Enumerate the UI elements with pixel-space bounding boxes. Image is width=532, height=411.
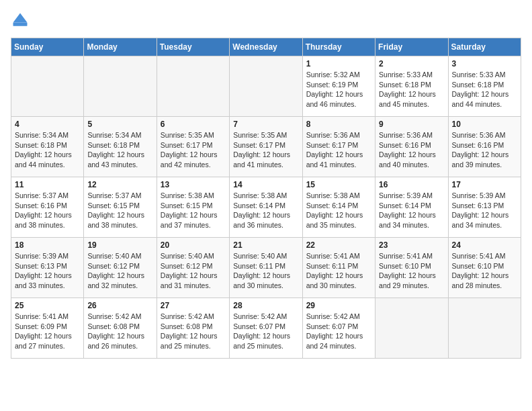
day-info: Sunrise: 5:38 AM Sunset: 6:15 PM Dayligh…: [161, 191, 226, 230]
day-number: 10: [452, 120, 517, 129]
day-info: Sunrise: 5:41 AM Sunset: 6:11 PM Dayligh…: [306, 251, 371, 291]
day-number: 5: [87, 120, 152, 129]
day-info: Sunrise: 5:41 AM Sunset: 6:10 PM Dayligh…: [452, 251, 517, 291]
day-number: 27: [161, 301, 226, 310]
calendar-cell: 1Sunrise: 5:32 AM Sunset: 6:19 PM Daylig…: [302, 56, 375, 117]
calendar-cell: 5Sunrise: 5:34 AM Sunset: 6:18 PM Daylig…: [84, 117, 157, 177]
calendar-cell: [230, 56, 302, 117]
day-info: Sunrise: 5:32 AM Sunset: 6:19 PM Dayligh…: [306, 70, 371, 109]
day-info: Sunrise: 5:38 AM Sunset: 6:14 PM Dayligh…: [233, 191, 298, 230]
day-number: 2: [379, 59, 444, 68]
calendar-cell: 18Sunrise: 5:39 AM Sunset: 6:13 PM Dayli…: [11, 238, 84, 298]
calendar-cell: 27Sunrise: 5:42 AM Sunset: 6:08 PM Dayli…: [157, 298, 229, 359]
day-info: Sunrise: 5:42 AM Sunset: 6:08 PM Dayligh…: [87, 312, 152, 351]
calendar-cell: 7Sunrise: 5:35 AM Sunset: 6:17 PM Daylig…: [230, 117, 302, 177]
day-number: 22: [306, 240, 371, 250]
day-number: 6: [161, 120, 226, 129]
calendar-cell: 8Sunrise: 5:36 AM Sunset: 6:17 PM Daylig…: [302, 117, 375, 177]
calendar-cell: 20Sunrise: 5:40 AM Sunset: 6:12 PM Dayli…: [157, 238, 229, 298]
logo-icon: [11, 11, 30, 30]
calendar-cell: 21Sunrise: 5:40 AM Sunset: 6:11 PM Dayli…: [230, 238, 302, 298]
day-number: 13: [161, 180, 226, 189]
day-number: 29: [306, 301, 371, 310]
day-number: 21: [233, 240, 298, 250]
calendar-cell: 12Sunrise: 5:37 AM Sunset: 6:15 PM Dayli…: [84, 177, 157, 238]
day-info: Sunrise: 5:41 AM Sunset: 6:10 PM Dayligh…: [379, 251, 444, 291]
column-header-friday: Friday: [375, 38, 448, 56]
day-info: Sunrise: 5:42 AM Sunset: 6:07 PM Dayligh…: [233, 312, 298, 351]
day-info: Sunrise: 5:37 AM Sunset: 6:15 PM Dayligh…: [87, 191, 152, 230]
day-info: Sunrise: 5:38 AM Sunset: 6:14 PM Dayligh…: [306, 191, 371, 230]
day-number: 15: [306, 180, 371, 189]
day-info: Sunrise: 5:33 AM Sunset: 6:18 PM Dayligh…: [452, 70, 517, 109]
logo: [11, 11, 32, 30]
day-info: Sunrise: 5:36 AM Sunset: 6:16 PM Dayligh…: [379, 130, 444, 170]
column-header-tuesday: Tuesday: [157, 38, 229, 56]
day-number: 24: [452, 240, 517, 250]
day-info: Sunrise: 5:40 AM Sunset: 6:12 PM Dayligh…: [87, 251, 152, 291]
day-number: 7: [233, 120, 298, 129]
day-info: Sunrise: 5:42 AM Sunset: 6:08 PM Dayligh…: [161, 312, 226, 351]
calendar-cell: [375, 298, 448, 359]
day-number: 8: [306, 120, 371, 129]
day-number: 18: [15, 240, 80, 250]
day-number: 4: [15, 120, 80, 129]
calendar-cell: [157, 56, 229, 117]
column-header-sunday: Sunday: [11, 38, 84, 56]
calendar-cell: 22Sunrise: 5:41 AM Sunset: 6:11 PM Dayli…: [302, 238, 375, 298]
day-info: Sunrise: 5:40 AM Sunset: 6:12 PM Dayligh…: [161, 251, 226, 291]
day-info: Sunrise: 5:34 AM Sunset: 6:18 PM Dayligh…: [87, 130, 152, 170]
calendar-cell: 23Sunrise: 5:41 AM Sunset: 6:10 PM Dayli…: [375, 238, 448, 298]
calendar-cell: 11Sunrise: 5:37 AM Sunset: 6:16 PM Dayli…: [11, 177, 84, 238]
day-number: 26: [87, 301, 152, 310]
calendar-cell: 4Sunrise: 5:34 AM Sunset: 6:18 PM Daylig…: [11, 117, 84, 177]
svg-marker-0: [13, 13, 28, 23]
day-info: Sunrise: 5:34 AM Sunset: 6:18 PM Dayligh…: [15, 130, 80, 170]
calendar-cell: 28Sunrise: 5:42 AM Sunset: 6:07 PM Dayli…: [230, 298, 302, 359]
day-info: Sunrise: 5:39 AM Sunset: 6:14 PM Dayligh…: [379, 191, 444, 230]
day-info: Sunrise: 5:33 AM Sunset: 6:18 PM Dayligh…: [379, 70, 444, 109]
calendar-header-row: SundayMondayTuesdayWednesdayThursdayFrid…: [11, 38, 521, 56]
calendar-week-row: 25Sunrise: 5:41 AM Sunset: 6:09 PM Dayli…: [11, 298, 521, 359]
column-header-thursday: Thursday: [302, 38, 375, 56]
day-info: Sunrise: 5:41 AM Sunset: 6:09 PM Dayligh…: [15, 312, 80, 351]
day-info: Sunrise: 5:40 AM Sunset: 6:11 PM Dayligh…: [233, 251, 298, 291]
day-number: 3: [452, 59, 517, 68]
calendar-week-row: 11Sunrise: 5:37 AM Sunset: 6:16 PM Dayli…: [11, 177, 521, 238]
calendar-cell: 6Sunrise: 5:35 AM Sunset: 6:17 PM Daylig…: [157, 117, 229, 177]
calendar-cell: 17Sunrise: 5:39 AM Sunset: 6:13 PM Dayli…: [448, 177, 521, 238]
calendar-week-row: 18Sunrise: 5:39 AM Sunset: 6:13 PM Dayli…: [11, 238, 521, 298]
day-number: 11: [15, 180, 80, 189]
day-number: 16: [379, 180, 444, 189]
calendar-cell: 10Sunrise: 5:36 AM Sunset: 6:16 PM Dayli…: [448, 117, 521, 177]
day-info: Sunrise: 5:39 AM Sunset: 6:13 PM Dayligh…: [15, 251, 80, 291]
day-number: 12: [87, 180, 152, 189]
day-number: 1: [306, 59, 371, 68]
calendar-cell: [11, 56, 84, 117]
day-info: Sunrise: 5:35 AM Sunset: 6:17 PM Dayligh…: [161, 130, 226, 170]
calendar-cell: [448, 298, 521, 359]
svg-rect-1: [13, 23, 28, 26]
calendar-cell: 16Sunrise: 5:39 AM Sunset: 6:14 PM Dayli…: [375, 177, 448, 238]
calendar-cell: 14Sunrise: 5:38 AM Sunset: 6:14 PM Dayli…: [230, 177, 302, 238]
calendar-cell: 19Sunrise: 5:40 AM Sunset: 6:12 PM Dayli…: [84, 238, 157, 298]
calendar-cell: 29Sunrise: 5:42 AM Sunset: 6:07 PM Dayli…: [302, 298, 375, 359]
page-header: [11, 11, 521, 30]
calendar-cell: 3Sunrise: 5:33 AM Sunset: 6:18 PM Daylig…: [448, 56, 521, 117]
day-number: 20: [161, 240, 226, 250]
day-number: 14: [233, 180, 298, 189]
calendar-cell: 24Sunrise: 5:41 AM Sunset: 6:10 PM Dayli…: [448, 238, 521, 298]
calendar-cell: 2Sunrise: 5:33 AM Sunset: 6:18 PM Daylig…: [375, 56, 448, 117]
day-number: 23: [379, 240, 444, 250]
calendar-cell: 9Sunrise: 5:36 AM Sunset: 6:16 PM Daylig…: [375, 117, 448, 177]
day-info: Sunrise: 5:39 AM Sunset: 6:13 PM Dayligh…: [452, 191, 517, 230]
calendar-cell: 15Sunrise: 5:38 AM Sunset: 6:14 PM Dayli…: [302, 177, 375, 238]
day-info: Sunrise: 5:35 AM Sunset: 6:17 PM Dayligh…: [233, 130, 298, 170]
column-header-wednesday: Wednesday: [230, 38, 302, 56]
calendar-cell: 13Sunrise: 5:38 AM Sunset: 6:15 PM Dayli…: [157, 177, 229, 238]
calendar-week-row: 4Sunrise: 5:34 AM Sunset: 6:18 PM Daylig…: [11, 117, 521, 177]
day-number: 28: [233, 301, 298, 310]
column-header-saturday: Saturday: [448, 38, 521, 56]
calendar-cell: 26Sunrise: 5:42 AM Sunset: 6:08 PM Dayli…: [84, 298, 157, 359]
day-info: Sunrise: 5:36 AM Sunset: 6:16 PM Dayligh…: [452, 130, 517, 170]
